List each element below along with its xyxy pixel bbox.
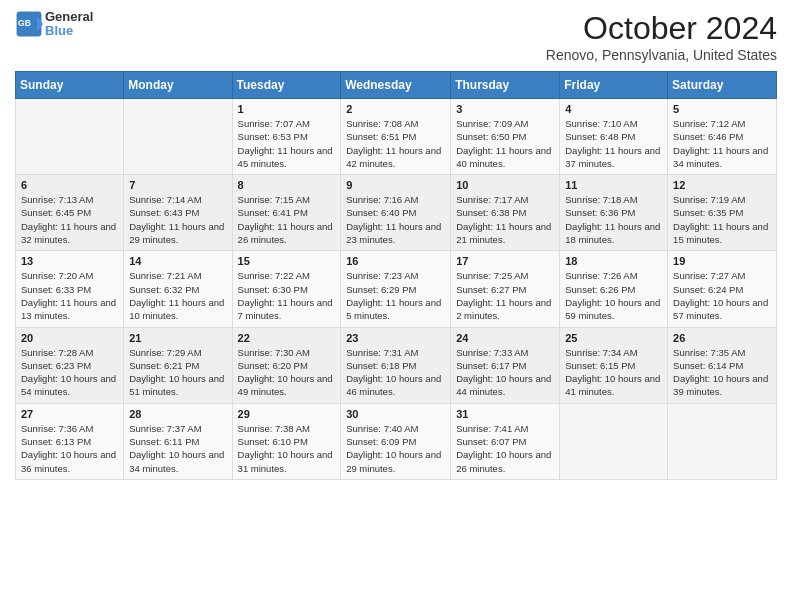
- day-number: 14: [129, 255, 226, 267]
- day-number: 3: [456, 103, 554, 115]
- day-info: Sunrise: 7:17 AMSunset: 6:38 PMDaylight:…: [456, 193, 554, 246]
- day-number: 18: [565, 255, 662, 267]
- calendar-cell: 8Sunrise: 7:15 AMSunset: 6:41 PMDaylight…: [232, 175, 341, 251]
- day-number: 4: [565, 103, 662, 115]
- calendar-week-row: 20Sunrise: 7:28 AMSunset: 6:23 PMDayligh…: [16, 327, 777, 403]
- day-info: Sunrise: 7:23 AMSunset: 6:29 PMDaylight:…: [346, 269, 445, 322]
- day-info: Sunrise: 7:12 AMSunset: 6:46 PMDaylight:…: [673, 117, 771, 170]
- column-header-sunday: Sunday: [16, 72, 124, 99]
- calendar-week-row: 27Sunrise: 7:36 AMSunset: 6:13 PMDayligh…: [16, 403, 777, 479]
- day-number: 30: [346, 408, 445, 420]
- day-info: Sunrise: 7:36 AMSunset: 6:13 PMDaylight:…: [21, 422, 118, 475]
- calendar-cell: 15Sunrise: 7:22 AMSunset: 6:30 PMDayligh…: [232, 251, 341, 327]
- logo-text: General Blue: [45, 10, 93, 39]
- day-info: Sunrise: 7:22 AMSunset: 6:30 PMDaylight:…: [238, 269, 336, 322]
- day-info: Sunrise: 7:20 AMSunset: 6:33 PMDaylight:…: [21, 269, 118, 322]
- day-info: Sunrise: 7:40 AMSunset: 6:09 PMDaylight:…: [346, 422, 445, 475]
- calendar-cell: 9Sunrise: 7:16 AMSunset: 6:40 PMDaylight…: [341, 175, 451, 251]
- day-number: 16: [346, 255, 445, 267]
- day-info: Sunrise: 7:25 AMSunset: 6:27 PMDaylight:…: [456, 269, 554, 322]
- day-info: Sunrise: 7:31 AMSunset: 6:18 PMDaylight:…: [346, 346, 445, 399]
- calendar-cell: 3Sunrise: 7:09 AMSunset: 6:50 PMDaylight…: [451, 99, 560, 175]
- calendar-cell: 18Sunrise: 7:26 AMSunset: 6:26 PMDayligh…: [560, 251, 668, 327]
- title-block: October 2024 Renovo, Pennsylvania, Unite…: [546, 10, 777, 63]
- day-info: Sunrise: 7:19 AMSunset: 6:35 PMDaylight:…: [673, 193, 771, 246]
- calendar-cell: 21Sunrise: 7:29 AMSunset: 6:21 PMDayligh…: [124, 327, 232, 403]
- column-header-thursday: Thursday: [451, 72, 560, 99]
- day-info: Sunrise: 7:34 AMSunset: 6:15 PMDaylight:…: [565, 346, 662, 399]
- calendar-cell: 26Sunrise: 7:35 AMSunset: 6:14 PMDayligh…: [668, 327, 777, 403]
- calendar-cell: 7Sunrise: 7:14 AMSunset: 6:43 PMDaylight…: [124, 175, 232, 251]
- day-number: 8: [238, 179, 336, 191]
- calendar-week-row: 13Sunrise: 7:20 AMSunset: 6:33 PMDayligh…: [16, 251, 777, 327]
- calendar-cell: 29Sunrise: 7:38 AMSunset: 6:10 PMDayligh…: [232, 403, 341, 479]
- day-number: 11: [565, 179, 662, 191]
- column-header-friday: Friday: [560, 72, 668, 99]
- day-number: 22: [238, 332, 336, 344]
- column-header-saturday: Saturday: [668, 72, 777, 99]
- calendar-cell: 12Sunrise: 7:19 AMSunset: 6:35 PMDayligh…: [668, 175, 777, 251]
- calendar-cell: 17Sunrise: 7:25 AMSunset: 6:27 PMDayligh…: [451, 251, 560, 327]
- day-info: Sunrise: 7:08 AMSunset: 6:51 PMDaylight:…: [346, 117, 445, 170]
- day-info: Sunrise: 7:33 AMSunset: 6:17 PMDaylight:…: [456, 346, 554, 399]
- day-number: 9: [346, 179, 445, 191]
- day-number: 1: [238, 103, 336, 115]
- calendar-subtitle: Renovo, Pennsylvania, United States: [546, 47, 777, 63]
- calendar-cell: 1Sunrise: 7:07 AMSunset: 6:53 PMDaylight…: [232, 99, 341, 175]
- calendar-cell: 22Sunrise: 7:30 AMSunset: 6:20 PMDayligh…: [232, 327, 341, 403]
- day-number: 10: [456, 179, 554, 191]
- calendar-week-row: 1Sunrise: 7:07 AMSunset: 6:53 PMDaylight…: [16, 99, 777, 175]
- day-info: Sunrise: 7:16 AMSunset: 6:40 PMDaylight:…: [346, 193, 445, 246]
- logo-icon: GB: [15, 10, 43, 38]
- calendar-cell: 24Sunrise: 7:33 AMSunset: 6:17 PMDayligh…: [451, 327, 560, 403]
- calendar-cell: 23Sunrise: 7:31 AMSunset: 6:18 PMDayligh…: [341, 327, 451, 403]
- logo: GB General Blue: [15, 10, 93, 39]
- day-info: Sunrise: 7:27 AMSunset: 6:24 PMDaylight:…: [673, 269, 771, 322]
- calendar-cell: [668, 403, 777, 479]
- svg-text:GB: GB: [18, 18, 31, 28]
- calendar-cell: 31Sunrise: 7:41 AMSunset: 6:07 PMDayligh…: [451, 403, 560, 479]
- day-info: Sunrise: 7:21 AMSunset: 6:32 PMDaylight:…: [129, 269, 226, 322]
- day-info: Sunrise: 7:37 AMSunset: 6:11 PMDaylight:…: [129, 422, 226, 475]
- day-number: 23: [346, 332, 445, 344]
- day-number: 7: [129, 179, 226, 191]
- day-number: 12: [673, 179, 771, 191]
- calendar-cell: 2Sunrise: 7:08 AMSunset: 6:51 PMDaylight…: [341, 99, 451, 175]
- calendar-cell: 10Sunrise: 7:17 AMSunset: 6:38 PMDayligh…: [451, 175, 560, 251]
- day-info: Sunrise: 7:15 AMSunset: 6:41 PMDaylight:…: [238, 193, 336, 246]
- day-number: 2: [346, 103, 445, 115]
- day-info: Sunrise: 7:28 AMSunset: 6:23 PMDaylight:…: [21, 346, 118, 399]
- day-info: Sunrise: 7:30 AMSunset: 6:20 PMDaylight:…: [238, 346, 336, 399]
- calendar-cell: 25Sunrise: 7:34 AMSunset: 6:15 PMDayligh…: [560, 327, 668, 403]
- calendar-cell: 4Sunrise: 7:10 AMSunset: 6:48 PMDaylight…: [560, 99, 668, 175]
- day-number: 13: [21, 255, 118, 267]
- day-info: Sunrise: 7:10 AMSunset: 6:48 PMDaylight:…: [565, 117, 662, 170]
- calendar-cell: 20Sunrise: 7:28 AMSunset: 6:23 PMDayligh…: [16, 327, 124, 403]
- day-number: 17: [456, 255, 554, 267]
- day-info: Sunrise: 7:13 AMSunset: 6:45 PMDaylight:…: [21, 193, 118, 246]
- day-number: 29: [238, 408, 336, 420]
- day-info: Sunrise: 7:29 AMSunset: 6:21 PMDaylight:…: [129, 346, 226, 399]
- day-number: 24: [456, 332, 554, 344]
- column-header-wednesday: Wednesday: [341, 72, 451, 99]
- day-info: Sunrise: 7:18 AMSunset: 6:36 PMDaylight:…: [565, 193, 662, 246]
- day-number: 31: [456, 408, 554, 420]
- calendar-week-row: 6Sunrise: 7:13 AMSunset: 6:45 PMDaylight…: [16, 175, 777, 251]
- page-header: GB General Blue October 2024 Renovo, Pen…: [15, 10, 777, 63]
- day-info: Sunrise: 7:38 AMSunset: 6:10 PMDaylight:…: [238, 422, 336, 475]
- calendar-cell: 30Sunrise: 7:40 AMSunset: 6:09 PMDayligh…: [341, 403, 451, 479]
- day-number: 19: [673, 255, 771, 267]
- day-number: 26: [673, 332, 771, 344]
- day-number: 5: [673, 103, 771, 115]
- calendar-table: SundayMondayTuesdayWednesdayThursdayFrid…: [15, 71, 777, 480]
- calendar-cell: 6Sunrise: 7:13 AMSunset: 6:45 PMDaylight…: [16, 175, 124, 251]
- day-info: Sunrise: 7:41 AMSunset: 6:07 PMDaylight:…: [456, 422, 554, 475]
- calendar-cell: [16, 99, 124, 175]
- calendar-cell: 5Sunrise: 7:12 AMSunset: 6:46 PMDaylight…: [668, 99, 777, 175]
- day-number: 6: [21, 179, 118, 191]
- day-info: Sunrise: 7:07 AMSunset: 6:53 PMDaylight:…: [238, 117, 336, 170]
- day-info: Sunrise: 7:14 AMSunset: 6:43 PMDaylight:…: [129, 193, 226, 246]
- calendar-cell: 16Sunrise: 7:23 AMSunset: 6:29 PMDayligh…: [341, 251, 451, 327]
- calendar-cell: 14Sunrise: 7:21 AMSunset: 6:32 PMDayligh…: [124, 251, 232, 327]
- day-number: 15: [238, 255, 336, 267]
